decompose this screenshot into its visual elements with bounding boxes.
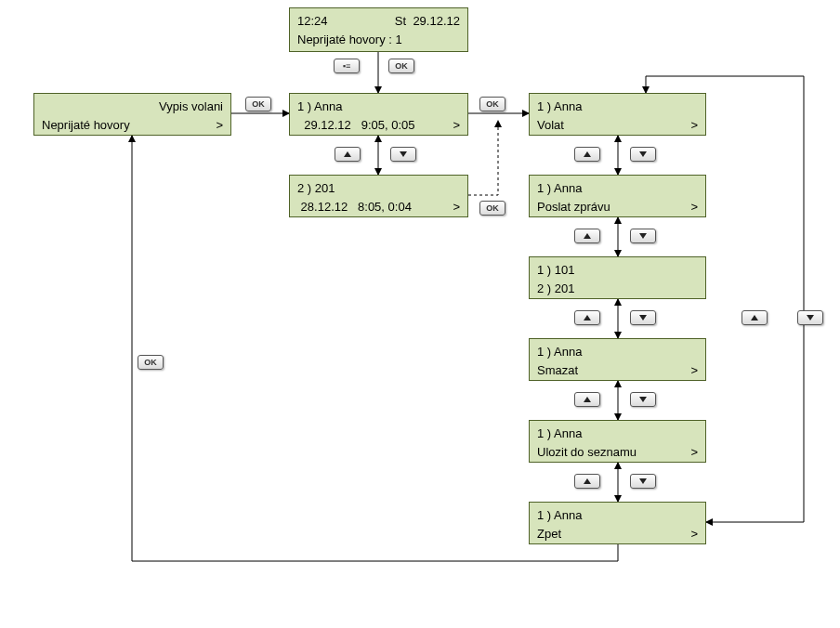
- ok-button[interactable]: OK: [388, 59, 414, 73]
- list-button[interactable]: ▪≡: [334, 59, 360, 73]
- up-button[interactable]: [574, 310, 600, 325]
- chevron-right-icon: >: [690, 525, 698, 543]
- up-button[interactable]: [574, 392, 600, 407]
- triangle-up-icon: [584, 315, 591, 321]
- screen-home: 12:24 St 29.12.12 Neprijaté hovory : 1: [289, 7, 468, 52]
- triangle-down-icon: [639, 151, 647, 157]
- down-button[interactable]: [630, 392, 656, 407]
- entry1-name: 1 ) Anna: [297, 98, 460, 116]
- menu4-label: Smazat: [537, 361, 578, 380]
- chevron-right-icon: >: [216, 116, 223, 135]
- ok-button[interactable]: OK: [479, 97, 505, 111]
- calllog-title: Vypis volani: [159, 98, 223, 116]
- menu6-label: Zpet: [537, 525, 561, 543]
- menu6-line1: 1 ) Anna: [537, 506, 698, 525]
- ok-button[interactable]: OK: [479, 201, 505, 216]
- triangle-up-icon: [584, 233, 591, 239]
- down-button[interactable]: [630, 229, 656, 243]
- down-button[interactable]: [630, 147, 656, 162]
- entry2-name: 2 ) 201: [297, 179, 460, 198]
- down-button[interactable]: [630, 310, 656, 325]
- menu5-label: Ulozit do seznamu: [537, 443, 637, 462]
- chevron-right-icon: >: [690, 361, 698, 380]
- ok-button[interactable]: OK: [245, 97, 271, 111]
- triangle-up-icon: [751, 315, 758, 321]
- menu-poslat[interactable]: 1 ) Anna Poslat zprávu >: [529, 175, 706, 217]
- menu-zpet[interactable]: 1 ) Anna Zpet >: [529, 502, 706, 544]
- triangle-down-icon: [639, 233, 647, 239]
- calllog-missed: Neprijaté hovory: [42, 116, 130, 135]
- chevron-right-icon: >: [453, 198, 460, 216]
- menu4-line1: 1 ) Anna: [537, 343, 698, 361]
- home-day: St: [395, 14, 406, 28]
- down-button[interactable]: [797, 310, 823, 325]
- entry1-detail: 29.12.12 9:05, 0:05: [297, 116, 415, 135]
- menu1-line1: 1 ) Anna: [537, 98, 698, 116]
- home-date: 29.12.12: [413, 14, 460, 28]
- chevron-right-icon: >: [453, 116, 460, 135]
- menu-smazat[interactable]: 1 ) Anna Smazat >: [529, 338, 706, 381]
- menu3-line1: 1 ) 101: [537, 261, 698, 280]
- up-button[interactable]: [335, 147, 361, 162]
- ok-button[interactable]: OK: [138, 355, 164, 370]
- menu-ulozit[interactable]: 1 ) Anna Ulozit do seznamu >: [529, 420, 706, 463]
- up-button[interactable]: [574, 474, 600, 489]
- triangle-down-icon: [639, 478, 647, 484]
- chevron-right-icon: >: [690, 116, 698, 135]
- triangle-down-icon: [807, 315, 814, 321]
- menu-numbers[interactable]: 1 ) 101 2 ) 201: [529, 256, 706, 299]
- up-button[interactable]: [574, 229, 600, 243]
- home-missed: Neprijaté hovory : 1: [297, 31, 460, 49]
- menu-volat[interactable]: 1 ) Anna Volat >: [529, 93, 706, 136]
- triangle-up-icon: [344, 151, 351, 157]
- chevron-right-icon: >: [690, 443, 698, 462]
- triangle-down-icon: [400, 151, 407, 157]
- call-entry-1[interactable]: 1 ) Anna 29.12.12 9:05, 0:05 >: [289, 93, 468, 136]
- triangle-down-icon: [639, 315, 647, 321]
- menu2-label: Poslat zprávu: [537, 198, 610, 216]
- list-icon: ▪≡: [343, 61, 350, 71]
- home-time: 12:24: [297, 12, 328, 31]
- triangle-up-icon: [584, 478, 591, 484]
- call-entry-2[interactable]: 2 ) 201 28.12.12 8:05, 0:04 >: [289, 175, 468, 217]
- triangle-up-icon: [584, 397, 591, 402]
- menu3-line2: 2 ) 201: [537, 280, 698, 298]
- down-button[interactable]: [390, 147, 416, 162]
- screen-calllog: Vypis volani Neprijaté hovory >: [33, 93, 231, 136]
- entry2-detail: 28.12.12 8:05, 0:04: [297, 198, 412, 216]
- up-button[interactable]: [574, 147, 600, 162]
- menu2-line1: 1 ) Anna: [537, 179, 698, 198]
- down-button[interactable]: [630, 474, 656, 489]
- menu1-label: Volat: [537, 116, 564, 135]
- menu5-line1: 1 ) Anna: [537, 425, 698, 443]
- triangle-down-icon: [639, 397, 647, 402]
- up-button[interactable]: [742, 310, 768, 325]
- triangle-up-icon: [584, 151, 591, 157]
- chevron-right-icon: >: [690, 198, 698, 216]
